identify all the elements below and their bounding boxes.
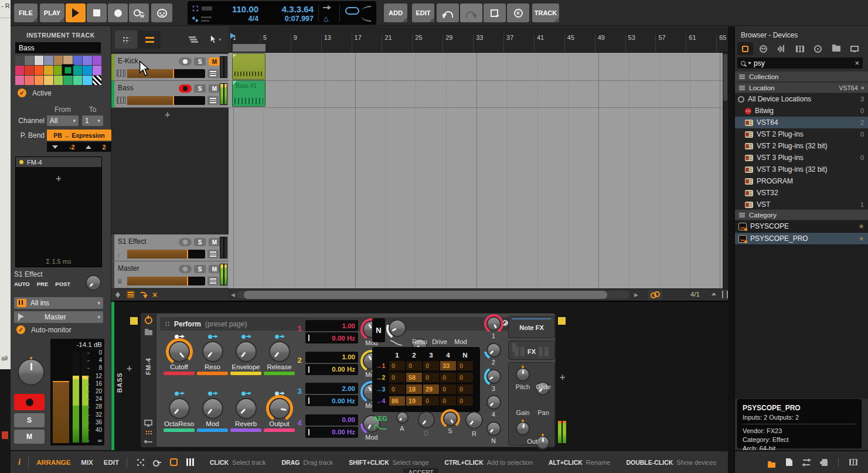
favorite-star-icon[interactable]: ★ <box>858 222 864 230</box>
color-swatch[interactable] <box>44 66 53 75</box>
track-header[interactable]: S1 Effect S M <box>111 234 229 261</box>
color-swatch[interactable] <box>83 66 91 75</box>
pitch-knob[interactable] <box>516 367 530 382</box>
track-name[interactable]: S1 Effect <box>118 237 146 246</box>
automation-toggle[interactable] <box>182 30 204 49</box>
groove-button[interactable] <box>151 4 172 22</box>
increment-icon[interactable] <box>86 145 91 149</box>
track-name[interactable]: Master <box>118 264 139 273</box>
location-section-header[interactable]: Location VST64× <box>735 83 868 93</box>
tempo-value[interactable]: 110.00 <box>221 4 258 14</box>
decrement-icon[interactable] <box>52 145 58 149</box>
color-swatch[interactable] <box>73 76 82 85</box>
clip-e-kick[interactable] <box>232 53 265 80</box>
device-power-icon[interactable] <box>145 317 152 324</box>
color-swatch[interactable] <box>93 56 101 65</box>
preset-folder-icon[interactable] <box>145 330 152 335</box>
record-arm-button[interactable] <box>179 238 192 246</box>
record-arm-button[interactable] <box>179 57 192 66</box>
tab-clips[interactable] <box>810 42 826 55</box>
color-swatch[interactable] <box>35 56 43 65</box>
song-position-value[interactable]: 4.3.3.64 <box>263 4 314 14</box>
accept-button-fragment[interactable]: ACCEPT <box>403 468 438 473</box>
range-max[interactable]: 2 <box>103 144 106 151</box>
auto-monitor-checkbox[interactable]: ✓ <box>16 325 25 334</box>
color-swatch[interactable] <box>15 66 24 75</box>
duplicate-button[interactable] <box>484 4 506 22</box>
matrix-cell[interactable]: 58 <box>406 373 422 382</box>
active-checkbox[interactable]: ✓ <box>18 89 26 97</box>
browser-location-item[interactable]: VST64 2 <box>735 117 868 128</box>
info-icon[interactable]: i <box>18 457 21 467</box>
matrix-cell[interactable]: 0 <box>389 361 405 370</box>
adsr-knob[interactable] <box>465 411 483 429</box>
color-swatch[interactable] <box>25 56 33 65</box>
favorite-star-icon[interactable]: ★ <box>858 234 864 243</box>
browser-location-item[interactable]: VST 2 Plug-ins (32 bit) <box>735 140 868 152</box>
loop-icon[interactable] <box>345 7 359 15</box>
mute-button[interactable]: M <box>209 238 220 246</box>
remove-filter-icon[interactable]: × <box>861 84 864 91</box>
track-menu-button[interactable] <box>207 69 219 78</box>
tab-music[interactable] <box>846 42 862 55</box>
matrix-cell[interactable]: 19 <box>406 396 422 406</box>
solo-button[interactable]: S <box>194 57 206 66</box>
operator-freq-field[interactable]: 0.00 Hz <box>305 332 358 343</box>
piano-icon[interactable] <box>849 459 857 465</box>
mixer-level-knob[interactable] <box>486 395 501 410</box>
matrix-cell[interactable]: 0 <box>440 396 456 406</box>
arranger-view-toggle[interactable] <box>138 30 161 49</box>
add-track-button[interactable]: + <box>165 110 170 120</box>
color-swatch[interactable] <box>25 66 33 75</box>
tab-presets[interactable] <box>755 42 771 55</box>
browser-location-item[interactable]: VST32 <box>735 187 868 199</box>
matrix-cell[interactable]: 18 <box>406 384 422 394</box>
browser-location-item[interactable]: VST 1 <box>735 199 868 209</box>
pitch-bend-range[interactable]: -2 2 <box>47 142 111 152</box>
track-volume-fader[interactable] <box>127 250 205 258</box>
range-min[interactable]: -2 <box>69 144 75 151</box>
browser-location-item[interactable]: VST 2 Plug-ins 0 <box>735 128 868 140</box>
scrollbar-thumb[interactable] <box>244 291 607 299</box>
mixer-level-knob[interactable] <box>486 343 501 358</box>
play-menu-button[interactable]: PLAY <box>40 4 64 22</box>
add-button[interactable]: ADD <box>384 4 407 22</box>
note-fx-slot[interactable]: Note FX <box>508 316 555 338</box>
color-swatch[interactable] <box>15 56 24 65</box>
clear-search-button[interactable]: × <box>855 59 859 67</box>
file-menu-button[interactable]: FILE <box>14 4 38 22</box>
color-swatch[interactable] <box>35 66 43 75</box>
matrix-cell[interactable]: 0 <box>423 361 439 370</box>
fade-in-icon[interactable] <box>362 6 371 11</box>
fx-slot[interactable]: FX <box>508 341 555 360</box>
view-mode-button[interactable]: MIX <box>81 459 93 466</box>
zoom-caret-icon[interactable] <box>712 292 716 295</box>
category-section-header[interactable]: Category <box>735 210 868 220</box>
monitor-mode-button[interactable]: POST <box>55 281 70 287</box>
scroll-right-button[interactable]: ▶ <box>634 292 638 298</box>
macro-knob[interactable] <box>269 341 290 362</box>
macro-knob[interactable] <box>236 341 257 362</box>
scroll-left-button[interactable]: ◀ <box>231 292 235 298</box>
record-button[interactable] <box>108 4 128 22</box>
mixer-level-knob[interactable] <box>486 317 501 331</box>
device-chain-item[interactable]: FM-4 <box>16 157 101 167</box>
dots-icon[interactable] <box>137 459 144 466</box>
orange-frame-icon[interactable] <box>170 458 178 466</box>
solo-button[interactable]: S <box>194 84 206 93</box>
vertical-scrollbar[interactable] <box>723 53 728 288</box>
clear-icon[interactable]: × <box>152 291 157 298</box>
color-swatch[interactable] <box>63 56 72 65</box>
matrix-cell[interactable]: 0 <box>406 361 422 370</box>
collection-section-header[interactable]: Collection <box>735 72 868 81</box>
track-header[interactable]: Master S M <box>111 261 229 288</box>
mute-button[interactable]: M <box>209 265 220 273</box>
color-swatch[interactable] <box>15 76 24 85</box>
adsr-knob[interactable] <box>396 411 409 424</box>
device-chain-end-marker[interactable] <box>558 317 566 325</box>
drag-handle-icon[interactable] <box>165 321 170 326</box>
device-name-label[interactable]: FM-4 <box>145 358 152 375</box>
channel-to-dropdown[interactable]: 1 <box>82 115 103 126</box>
matrix-cell[interactable]: 0 <box>457 373 473 382</box>
color-swatch[interactable] <box>63 76 72 85</box>
